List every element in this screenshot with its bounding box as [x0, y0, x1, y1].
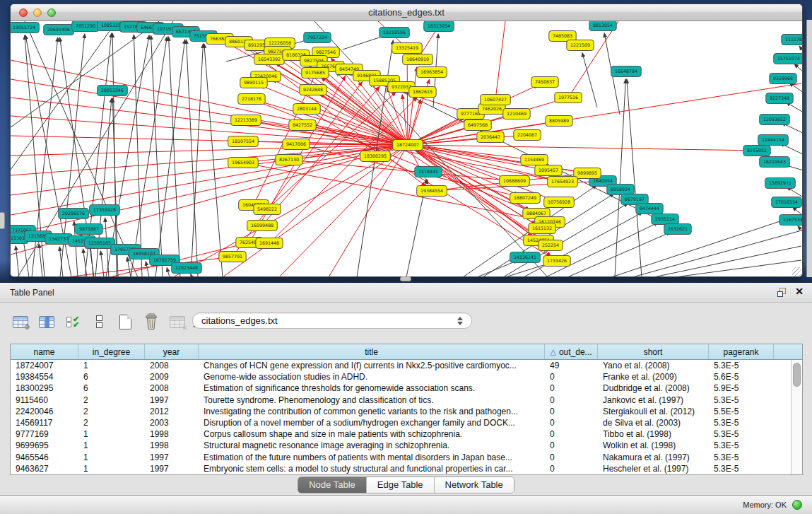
network-node[interactable]: 19384554 [417, 186, 447, 197]
column-header-short[interactable]: short [598, 344, 709, 359]
network-node[interactable]: 17016534 [772, 197, 802, 208]
network-window[interactable]: citations_edges.txt 19055724206914067851… [10, 4, 803, 277]
table-cell[interactable]: Dudbridge et al. (2008) [598, 383, 709, 393]
network-node[interactable]: 1095457 [535, 165, 562, 176]
table-cell[interactable]: 6 [78, 372, 145, 382]
table-cell[interactable]: 5.3E-5 [709, 361, 774, 370]
network-node[interactable]: 9899895 [574, 168, 601, 179]
table-cell[interactable]: Investigating the contribution of common… [199, 407, 545, 416]
network-node[interactable]: 16648784 [611, 66, 642, 77]
network-node[interactable]: 8805989 [546, 116, 572, 127]
table-row[interactable]: 946362711997Embryonic stem cells: a mode… [11, 463, 791, 474]
network-node[interactable]: 1615132 [529, 223, 555, 234]
network-node[interactable]: 6497568 [464, 120, 491, 131]
network-node[interactable]: 18640910 [403, 54, 433, 65]
table-cell[interactable]: 2012 [145, 407, 199, 416]
new-file-icon[interactable] [116, 313, 134, 331]
select-all-icon[interactable]: ✔ ✔ [64, 313, 82, 331]
network-node[interactable]: 9474444 [636, 204, 663, 214]
network-node[interactable]: 8267130 [276, 155, 302, 165]
table-cell[interactable]: 0 [545, 464, 598, 474]
network-node[interactable]: 18300295 [360, 151, 391, 162]
network-node[interactable]: 1221509 [567, 40, 594, 51]
network-node[interactable]: 19055724 [11, 23, 39, 33]
delete-icon[interactable] [142, 313, 160, 331]
column-header-title[interactable]: title [199, 344, 545, 359]
table-cell[interactable]: 1 [78, 464, 145, 474]
table-cell[interactable]: 0 [545, 418, 598, 428]
network-node[interactable]: 1733426 [543, 256, 570, 267]
network-node[interactable]: 14136141 [510, 252, 541, 263]
table-cell[interactable]: 9465546 [11, 452, 78, 462]
table-row[interactable]: 1872400712008Changes of HCN gene express… [11, 360, 791, 371]
table-cell[interactable]: 14569117 [11, 418, 78, 428]
table-cell[interactable]: 6 [78, 383, 145, 393]
network-node[interactable]: 10756928 [544, 197, 575, 208]
network-graph[interactable]: 1905572420691406785129010853257152760264… [11, 21, 802, 277]
table-cell[interactable]: 0 [545, 407, 598, 416]
table-cell[interactable]: Tourette syndrome. Phenomenology and cla… [199, 395, 545, 405]
network-node[interactable]: 17654923 [548, 177, 578, 187]
table-cell[interactable]: Corpus callosum shape and size in male p… [199, 429, 545, 439]
table-row[interactable]: 977716911998Corpus callosum shape and si… [11, 428, 791, 440]
network-node[interactable]: 1862615 [409, 87, 436, 98]
select-column-icon[interactable] [37, 313, 56, 331]
table-selector-dropdown[interactable]: citations_edges.txt [192, 313, 472, 329]
table-cell[interactable]: Embryonic stem cells: a model to study s… [199, 464, 545, 474]
table-cell[interactable]: de Silva et al. (2003) [598, 418, 709, 428]
network-node[interactable]: 1210469 [503, 109, 530, 119]
table-cell[interactable]: 49 [545, 361, 598, 370]
collapsed-panel-handle[interactable] [0, 212, 5, 229]
network-node[interactable]: 9975887 [76, 224, 102, 235]
table-cell[interactable]: 5.5E-5 [709, 407, 774, 416]
network-node[interactable]: 16099488 [247, 221, 278, 231]
table-cell[interactable]: 1 [78, 440, 145, 450]
network-node[interactable]: 9890115 [240, 78, 267, 88]
network-node[interactable]: 2204067 [514, 130, 541, 141]
table-cell[interactable]: 1998 [145, 440, 199, 450]
tab-edge-table[interactable]: Edge Table [367, 477, 435, 493]
table-row[interactable]: 969969511998Structural magnetic resonanc… [11, 440, 791, 451]
table-cell[interactable]: 22420046 [11, 407, 78, 416]
table-cell[interactable]: Structural magnetic resonance image aver… [199, 440, 545, 450]
network-node[interactable]: 13325419 [392, 43, 423, 54]
network-node[interactable]: 252254 [539, 240, 563, 251]
table-cell[interactable]: 5.3E-5 [709, 429, 774, 439]
network-node[interactable]: 10607427 [481, 95, 511, 105]
table-cell[interactable]: 1997 [145, 464, 199, 474]
column-header-year[interactable]: year [145, 344, 199, 359]
table-cell[interactable]: 5.3E-5 [709, 464, 774, 474]
table-vertical-scrollbar[interactable] [791, 360, 802, 474]
network-node[interactable]: 8427552 [289, 120, 316, 131]
network-node[interactable]: 1691448 [256, 238, 283, 249]
network-node[interactable]: 10688609 [500, 176, 530, 187]
network-node[interactable]: 20053346 [98, 86, 128, 96]
column-header-name[interactable]: name [11, 344, 78, 359]
table-cell[interactable]: 9699695 [11, 440, 78, 450]
scrollbar-thumb[interactable] [793, 363, 801, 387]
network-node[interactable]: 9175685 [302, 68, 329, 78]
table-cell[interactable]: Estimation of significance thresholds fo… [199, 383, 545, 393]
table-cell[interactable]: Franke et al. (2009) [598, 372, 709, 382]
network-node[interactable]: 2935114 [652, 214, 678, 225]
network-node[interactable]: 16210643 [760, 157, 790, 168]
network-node[interactable]: 9329966 [770, 74, 796, 84]
close-panel-icon[interactable]: ✕ [795, 286, 804, 297]
network-node[interactable]: 8215955 [743, 146, 770, 156]
float-panel-icon[interactable] [777, 288, 788, 298]
network-node[interactable]: 15692971 [765, 178, 796, 189]
tab-node-table[interactable]: Node Table [298, 477, 367, 493]
network-hub-node[interactable]: 18724007 [393, 140, 423, 151]
table-cell[interactable]: Jankovic et al. (1997) [598, 395, 709, 405]
network-node[interactable]: 9227349 [766, 93, 793, 104]
table-cell[interactable]: Nakamura et al. (1997) [598, 452, 709, 462]
table-cell[interactable]: 5.3E-5 [709, 452, 774, 462]
network-node[interactable]: 17359928 [90, 205, 120, 216]
table-cell[interactable]: 2 [78, 407, 145, 416]
table-cell[interactable]: 18724007 [11, 361, 78, 370]
network-node[interactable]: 16543392 [254, 54, 285, 65]
table-cell[interactable]: 2 [78, 395, 145, 405]
table-cell[interactable]: 18300295 [11, 383, 78, 393]
network-node[interactable]: 9417006 [283, 139, 310, 150]
table-cell[interactable]: 0 [545, 429, 598, 439]
